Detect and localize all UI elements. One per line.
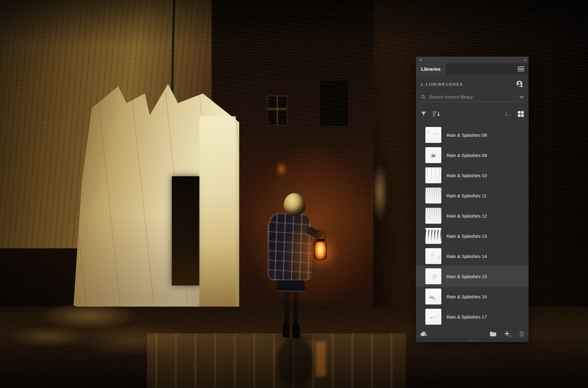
- list-item-label: Rain & Splashes 10: [447, 173, 487, 178]
- panel-titlebar: ✕ «: [416, 57, 529, 63]
- brush-thumbnail: [425, 228, 441, 244]
- list-item[interactable]: Rain & Splashes 09: [416, 145, 529, 165]
- library-name[interactable]: LUMIBRUSHES: [426, 82, 463, 87]
- list-item[interactable]: Rain & Splashes 13: [416, 226, 529, 246]
- brush-texture: [425, 248, 441, 264]
- list-item[interactable]: Rain & Splashes 15: [416, 266, 529, 286]
- panel-body: ‹ LUMIBRUSHES Search current library: [416, 79, 529, 327]
- brush-texture: [425, 167, 441, 183]
- filter-icon[interactable]: [421, 111, 426, 116]
- list-item-label: Rain & Splashes 14: [447, 254, 487, 259]
- brush-thumbnail: [425, 167, 441, 183]
- list-item-label: Rain & Splashes 16: [447, 294, 487, 299]
- brush-thumbnail: [425, 188, 441, 203]
- list-item[interactable]: Rain & Splashes 14: [416, 246, 529, 266]
- brush-texture: [425, 309, 441, 325]
- new-folder-icon[interactable]: [490, 331, 496, 337]
- list-item-label: Rain & Splashes 08: [447, 132, 487, 138]
- sort-icon[interactable]: [432, 111, 440, 117]
- list-item-label: Rain & Splashes 13: [447, 233, 487, 239]
- library-toolbar: /...: [416, 108, 529, 120]
- panel-menu-icon[interactable]: [518, 66, 524, 71]
- list-item[interactable]: Rain & Splashes 17: [416, 307, 529, 327]
- list-item[interactable]: Rain & Splashes 08: [416, 125, 529, 145]
- brush-texture: [425, 127, 441, 143]
- brush-thumbnail: [425, 208, 441, 224]
- list-view-icon[interactable]: /...: [505, 111, 512, 117]
- invite-user-icon[interactable]: [516, 80, 524, 88]
- resize-handle[interactable]: [466, 340, 478, 342]
- collapse-panel-icon[interactable]: «: [524, 58, 526, 62]
- brush-texture: [425, 208, 441, 224]
- chevron-down-icon[interactable]: [519, 96, 524, 98]
- library-items-list: Rain & Splashes 08 Rain & Splashes 09 Ra…: [416, 125, 529, 327]
- list-item-label: Rain & Splashes 09: [447, 153, 487, 158]
- brush-thumbnail: [425, 147, 441, 163]
- brush-texture: [425, 268, 441, 284]
- back-chevron-icon[interactable]: ‹: [421, 81, 423, 88]
- brush-texture: [425, 289, 441, 304]
- panel-footer: [416, 329, 529, 339]
- brush-thumbnail: [425, 289, 441, 304]
- list-item-label: Rain & Splashes 17: [447, 314, 487, 319]
- brush-thumbnail: [425, 268, 441, 284]
- grid-view-icon[interactable]: [518, 111, 524, 117]
- list-item[interactable]: Rain & Splashes 16: [416, 286, 529, 307]
- search-placeholder: Search current library: [429, 94, 519, 99]
- brush-thumbnail: [425, 127, 441, 143]
- brush-thumbnail: [425, 248, 441, 264]
- list-item-label: Rain & Splashes 12: [447, 213, 487, 218]
- breadcrumb: ‹ LUMIBRUSHES: [416, 79, 529, 89]
- panel-resize-strip: [416, 339, 529, 342]
- brush-texture: [425, 230, 441, 241]
- search-field[interactable]: Search current library: [421, 92, 524, 102]
- panel-tab-row: Libraries: [416, 63, 529, 75]
- delete-icon[interactable]: [519, 331, 524, 337]
- list-item[interactable]: Rain & Splashes 12: [416, 206, 529, 226]
- tab-libraries[interactable]: Libraries: [416, 63, 446, 75]
- add-item-icon[interactable]: [504, 331, 511, 337]
- brush-thumbnail: [425, 309, 441, 325]
- search-icon: [421, 95, 426, 99]
- brush-texture: [425, 188, 441, 203]
- libraries-panel: ✕ « Libraries ‹ LUMIBRUSHES: [416, 57, 529, 342]
- list-item[interactable]: Rain & Splashes 11: [416, 185, 529, 206]
- close-icon[interactable]: ✕: [419, 58, 422, 62]
- list-item-label: Rain & Splashes 15: [447, 274, 487, 279]
- brush-texture: [425, 147, 441, 163]
- list-item-label: Rain & Splashes 11: [447, 193, 487, 198]
- list-item[interactable]: Rain & Splashes 10: [416, 165, 529, 185]
- sync-icon[interactable]: [420, 331, 428, 337]
